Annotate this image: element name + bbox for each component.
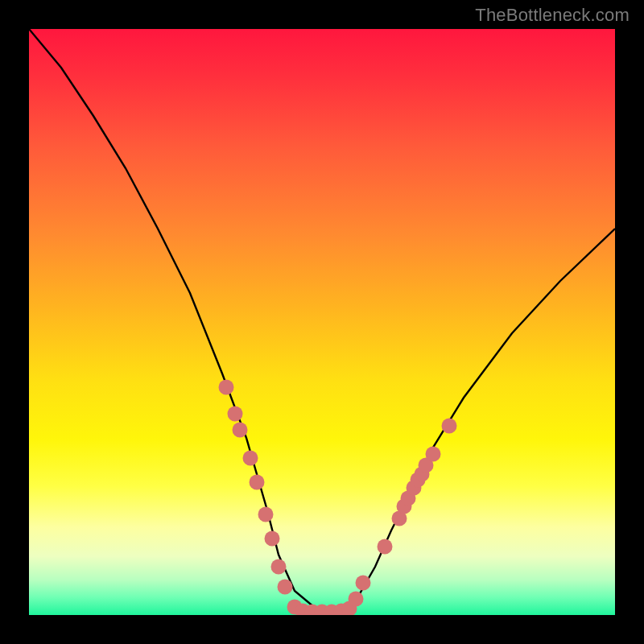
data-point [271,559,287,575]
plot-area [29,29,615,615]
data-point [243,451,258,466]
data-point [378,539,393,555]
data-point [356,576,371,591]
data-point [426,447,441,462]
curve-overlay [29,29,615,615]
data-point [219,380,234,395]
watermark-text: TheBottleneck.com [475,5,630,26]
data-markers [219,380,457,616]
bottleneck-curve [29,29,615,611]
data-point [278,580,293,595]
data-point [442,419,457,434]
data-point [228,407,243,422]
chart-frame: TheBottleneck.com [0,0,644,644]
data-point [258,507,274,522]
data-point [349,592,364,607]
data-point [250,475,265,490]
data-point [265,531,280,547]
data-point [233,423,248,438]
